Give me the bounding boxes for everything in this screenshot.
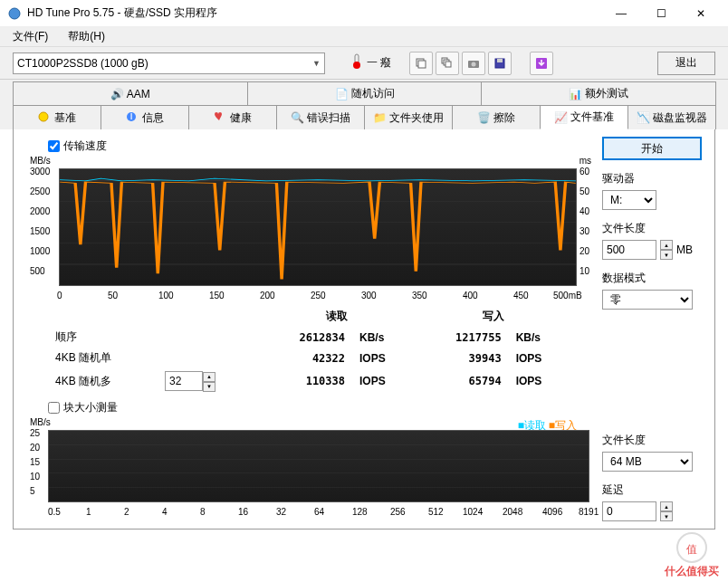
chart2-plot-area [48, 430, 589, 502]
menu-file[interactable]: 文件(F) [7, 27, 53, 46]
close-button[interactable]: ✕ [681, 0, 721, 27]
block-size-checkbox-row: 块大小测量 [48, 400, 593, 415]
exit-button[interactable]: 退出 [657, 52, 715, 75]
drive-label: 驱动器 [602, 171, 702, 186]
chart1-plot-area [59, 168, 577, 286]
block-size-checkbox[interactable] [48, 402, 60, 414]
svg-rect-4 [418, 61, 426, 68]
test-icon: 📊 [569, 88, 581, 100]
delay-spinner[interactable]: ▲▼ [660, 501, 673, 521]
gauge-icon [38, 111, 51, 124]
chart1-ylabel: MB/s [30, 156, 51, 166]
dropdown-arrow-icon: ▼ [312, 59, 321, 68]
drive-letter-select[interactable]: M: [602, 190, 656, 210]
transfer-speed-label: 传输速度 [63, 138, 107, 154]
info-icon: i [126, 111, 139, 124]
app-icon [7, 6, 22, 21]
speaker-icon: 🔊 [110, 88, 123, 100]
table-row: 4KB 随机单 42322IOPS 39943IOPS [48, 348, 571, 368]
menu-help[interactable]: 帮助(H) [62, 27, 110, 46]
table-row: 4KB 随机多 32▲▼ 110338IOPS 65794IOPS [48, 368, 571, 395]
svg-point-9 [472, 62, 476, 66]
transfer-speed-checkbox-row: 传输速度 [48, 138, 593, 154]
menu-bar: 文件(F) 帮助(H) [0, 27, 728, 47]
health-icon [214, 111, 226, 124]
screenshot-button[interactable] [462, 52, 485, 75]
svg-point-13 [39, 112, 48, 121]
right-pane: 开始 驱动器 M: 文件长度 ▲▼ MB 数据模式 零 文件长度 64 MB 延… [602, 137, 702, 521]
queue-depth-input[interactable]: 32 [165, 371, 203, 391]
tab-folder-usage[interactable]: 📁文件夹使用 [364, 105, 453, 129]
window-title: HD Tune Pro 5.75 - 硬盘/SSD 实用程序 [27, 5, 601, 21]
delay-label: 延迟 [602, 482, 702, 498]
tab-random-access[interactable]: 📄随机访问 [247, 81, 483, 105]
svg-text:值: 值 [686, 543, 697, 556]
queue-depth-spinner[interactable]: ▲▼ [203, 372, 216, 392]
transfer-speed-checkbox[interactable] [48, 140, 60, 152]
file-length-label: 文件长度 [602, 221, 702, 236]
copy-button[interactable] [409, 52, 433, 75]
temperature-display: 一 癈 [350, 53, 391, 72]
table-row: 顺序 2612834KB/s 1217755KB/s [48, 327, 571, 348]
minimize-button[interactable]: — [601, 0, 641, 27]
tab-file-benchmark[interactable]: 📈文件基准 [540, 105, 628, 129]
svg-rect-11 [497, 59, 503, 62]
download-button[interactable] [530, 52, 553, 75]
svg-text:i: i [130, 111, 133, 122]
svg-point-0 [9, 8, 20, 19]
left-pane: 传输速度 MB/s ms 3000 2500 2000 1500 1000 50… [26, 137, 593, 521]
tab-aam[interactable]: 🔊AAM [13, 81, 248, 105]
watermark: 值 什么值得买 [656, 528, 728, 582]
folder-icon: 📁 [373, 111, 386, 124]
chart2-ylabel: MB/s [30, 417, 51, 427]
file-length-spinner[interactable]: ▲▼ [660, 240, 673, 260]
tabs-row-1: 🔊AAM 📄随机访问 📊额外测试 [0, 80, 728, 105]
toolbar: CT1000P2SSD8 (1000 gB) ▼ 一 癈 退出 [0, 47, 728, 80]
main-content: 传输速度 MB/s ms 3000 2500 2000 1500 1000 50… [13, 129, 715, 530]
start-button[interactable]: 开始 [602, 137, 702, 160]
transfer-speed-chart: MB/s ms 3000 2500 2000 1500 1000 500 60 … [26, 156, 593, 301]
tab-erase[interactable]: 🗑️擦除 [452, 105, 541, 129]
maximize-button[interactable]: ☐ [641, 0, 681, 27]
tab-extra-tests[interactable]: 📊额外测试 [481, 81, 716, 105]
svg-point-2 [353, 62, 360, 69]
block-size-chart: MB/s ■读取 ■写入 25 20 15 10 5 0.5 1 2 4 8 1… [26, 417, 593, 517]
delay-input[interactable] [602, 501, 656, 521]
tab-info[interactable]: i信息 [101, 105, 189, 129]
tab-health[interactable]: 健康 [188, 105, 277, 129]
file-length2-label: 文件长度 [602, 433, 702, 448]
random-icon: 📄 [335, 88, 348, 100]
tab-error-scan[interactable]: 🔍错误扫描 [276, 105, 365, 129]
block-size-label: 块大小测量 [63, 400, 118, 415]
file-bench-icon: 📈 [554, 111, 567, 124]
drive-selected-text: CT1000P2SSD8 (1000 gB) [17, 57, 148, 70]
file-length2-select[interactable]: 64 MB [602, 452, 693, 472]
thermometer-icon [350, 53, 363, 72]
chart1-y2label: ms [580, 156, 591, 166]
search-icon: 🔍 [291, 111, 303, 124]
tab-disk-monitor[interactable]: 📉磁盘监视器 [627, 105, 716, 129]
tab-benchmark[interactable]: 基准 [13, 105, 101, 129]
temp-text: 一 癈 [367, 55, 391, 71]
copy-all-button[interactable] [436, 52, 459, 75]
data-mode-label: 数据模式 [602, 271, 702, 286]
tabs-row-2: 基准 i信息 健康 🔍错误扫描 📁文件夹使用 🗑️擦除 📈文件基准 📉磁盘监视器 [0, 105, 728, 129]
drive-select[interactable]: CT1000P2SSD8 (1000 gB) ▼ [13, 52, 325, 74]
title-bar: HD Tune Pro 5.75 - 硬盘/SSD 实用程序 — ☐ ✕ [0, 0, 728, 27]
svg-rect-7 [445, 62, 451, 67]
results-table: 读取写入 顺序 2612834KB/s 1217755KB/s 4KB 随机单 … [48, 306, 571, 395]
file-length-input[interactable] [602, 240, 656, 260]
monitor-icon: 📉 [637, 111, 649, 124]
data-mode-select[interactable]: 零 [602, 290, 693, 310]
trash-icon: 🗑️ [477, 111, 490, 124]
save-button[interactable] [488, 52, 512, 75]
